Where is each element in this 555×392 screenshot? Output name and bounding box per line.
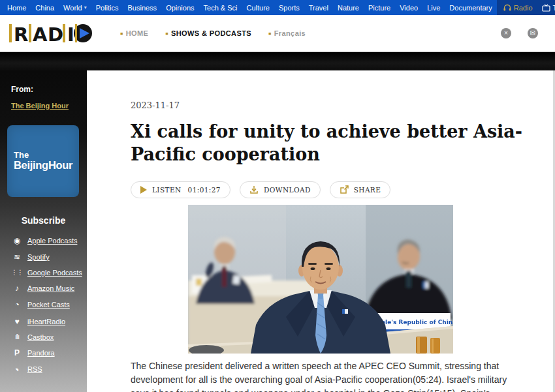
apple-podcasts-icon: ◉ bbox=[9, 236, 25, 245]
top-nav: Home China World▾ Politics Business Opin… bbox=[0, 0, 555, 15]
download-button[interactable]: DOWNLOAD bbox=[240, 181, 321, 198]
content-layout: From: The Beijing Hour The BeijingHour S… bbox=[0, 70, 555, 392]
show-link[interactable]: The Beijing Hour bbox=[11, 102, 69, 110]
castbox-icon: ıllı bbox=[9, 333, 25, 340]
share-icon bbox=[340, 185, 349, 194]
svg-text:D: D bbox=[48, 23, 63, 44]
service-spotify[interactable]: ≋Spotify bbox=[0, 249, 87, 265]
tv-tab[interactable]: TV bbox=[542, 4, 555, 12]
pandora-icon: P bbox=[9, 348, 25, 357]
x-twitter-icon[interactable]: × bbox=[501, 28, 511, 38]
service-label: Spotify bbox=[27, 253, 50, 261]
nav-item-business[interactable]: Business bbox=[123, 4, 161, 12]
menu-francais[interactable]: ■Français bbox=[268, 29, 306, 37]
service-label: Amazon Music bbox=[27, 284, 74, 292]
artwork-line2: BeijingHour bbox=[14, 159, 79, 172]
service-label: Apple Podcasts bbox=[27, 237, 77, 245]
service-castbox[interactable]: ıllıCastbox bbox=[0, 329, 87, 344]
service-apple-podcasts[interactable]: ◉Apple Podcasts bbox=[0, 232, 87, 249]
service-rss[interactable]: ◗RSS bbox=[0, 361, 87, 378]
service-pandora[interactable]: PPandora bbox=[0, 344, 87, 361]
nav-item-nature[interactable]: Nature bbox=[333, 4, 364, 12]
share-button[interactable]: SHARE bbox=[330, 181, 391, 198]
episode-actions: LISTEN 01:01:27 DOWNLOAD SHARE bbox=[131, 181, 527, 198]
top-nav-items: Home China World▾ Politics Business Opin… bbox=[0, 0, 497, 15]
spotify-icon: ≋ bbox=[9, 252, 25, 262]
listen-label: LISTEN bbox=[152, 186, 182, 194]
nav-item-picture[interactable]: Picture bbox=[364, 4, 395, 12]
header-menu: ■HOME ■SHOWS & PODCASTS ■Français bbox=[120, 29, 306, 37]
play-icon bbox=[140, 186, 147, 194]
social-icons: × ✉ bbox=[501, 28, 538, 38]
article-date: 2023-11-17 bbox=[131, 100, 527, 110]
iheartradio-icon: ♥ bbox=[9, 317, 25, 326]
radio-tab[interactable]: Radio bbox=[503, 4, 533, 12]
radio-logo[interactable]: R A D I bbox=[9, 22, 95, 44]
nav-item-china[interactable]: China bbox=[31, 4, 59, 12]
service-label: Google Podcasts bbox=[27, 269, 82, 277]
nav-item-culture[interactable]: Culture bbox=[242, 4, 274, 12]
sidebar: From: The Beijing Hour The BeijingHour S… bbox=[0, 70, 87, 392]
google-podcasts-icon: ⋮⋮ bbox=[9, 269, 25, 276]
article-body: The Chinese president delivered a writte… bbox=[131, 359, 527, 392]
rss-icon: ◗ bbox=[8, 361, 26, 378]
nav-item-live[interactable]: Live bbox=[422, 4, 445, 12]
article-title: Xi calls for unity to achieve better Asi… bbox=[131, 120, 527, 166]
nav-item-documentary[interactable]: Documentary bbox=[445, 4, 496, 12]
nav-item-home[interactable]: Home bbox=[3, 4, 31, 12]
service-label: RSS bbox=[27, 365, 42, 373]
article-main: 2023-11-17 Xi calls for unity to achieve… bbox=[87, 70, 555, 392]
download-icon bbox=[249, 185, 259, 194]
nav-item-politics[interactable]: Politics bbox=[91, 4, 123, 12]
podcast-artwork[interactable]: The BeijingHour bbox=[7, 125, 79, 197]
site-header: R A D I ■HOME ■SHOWS & PODCASTS ■Françai… bbox=[0, 15, 555, 52]
tv-icon bbox=[542, 4, 550, 12]
nav-item-sports[interactable]: Sports bbox=[274, 4, 304, 12]
svg-text:I: I bbox=[67, 23, 74, 44]
svg-text:A: A bbox=[33, 23, 48, 44]
download-label: DOWNLOAD bbox=[264, 186, 311, 194]
mail-icon[interactable]: ✉ bbox=[528, 28, 538, 38]
artwork-line1: The bbox=[14, 151, 79, 159]
menu-shows-podcasts[interactable]: ■SHOWS & PODCASTS bbox=[165, 29, 251, 37]
service-label: Castbox bbox=[27, 333, 54, 341]
service-iheartradio[interactable]: ♥iHeartRadio bbox=[0, 313, 87, 329]
service-amazon-music[interactable]: ♪Amazon Music bbox=[0, 280, 87, 297]
article-photo: People's Republic of China bbox=[188, 205, 453, 354]
service-label: Pocket Casts bbox=[27, 301, 70, 309]
nav-item-video[interactable]: Video bbox=[395, 4, 422, 12]
listen-button[interactable]: LISTEN 01:01:27 bbox=[131, 181, 230, 198]
subscribe-heading: Subscribe bbox=[0, 215, 87, 226]
black-band bbox=[0, 52, 555, 70]
media-switch: Radio TV bbox=[497, 0, 555, 15]
share-label: SHARE bbox=[354, 186, 381, 194]
page: Home China World▾ Politics Business Opin… bbox=[0, 0, 555, 392]
bullet-icon: ■ bbox=[268, 31, 272, 36]
bullet-icon: ■ bbox=[120, 31, 123, 36]
nav-item-opinions[interactable]: Opinions bbox=[161, 4, 198, 12]
from-label: From: bbox=[11, 85, 87, 94]
svg-text:R: R bbox=[14, 23, 28, 44]
subscribe-services: ◉Apple Podcasts ≋Spotify ⋮⋮Google Podcas… bbox=[0, 232, 87, 378]
amazon-music-icon: ♪ bbox=[9, 284, 25, 293]
headphones-icon bbox=[503, 4, 511, 11]
episode-duration: 01:01:27 bbox=[188, 186, 221, 194]
chevron-down-icon: ▾ bbox=[84, 5, 87, 10]
nav-item-tech-sci[interactable]: Tech & Sci bbox=[199, 4, 242, 12]
service-label: iHeartRadio bbox=[27, 318, 65, 325]
nav-item-world[interactable]: World▾ bbox=[59, 4, 91, 12]
bullet-icon: ■ bbox=[165, 31, 168, 36]
pocket-casts-icon: ◔ bbox=[9, 300, 25, 309]
nav-item-travel[interactable]: Travel bbox=[304, 4, 333, 12]
service-pocket-casts[interactable]: ◔Pocket Casts bbox=[0, 297, 87, 313]
service-google-podcasts[interactable]: ⋮⋮Google Podcasts bbox=[0, 265, 87, 280]
menu-home[interactable]: ■HOME bbox=[120, 29, 148, 37]
service-label: Pandora bbox=[27, 349, 55, 357]
